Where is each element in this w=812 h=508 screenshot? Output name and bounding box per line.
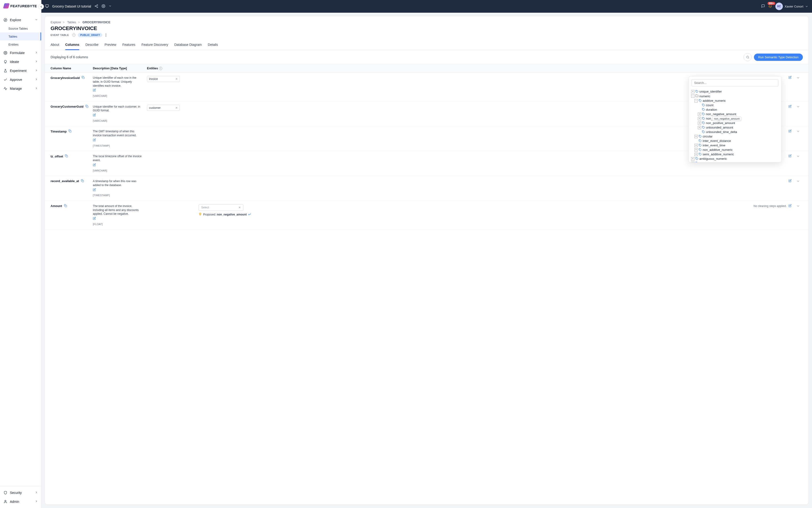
undo-icon[interactable] [248, 213, 251, 216]
tree-node[interactable]: +ambiguous_numeric [691, 157, 779, 161]
nav-item-approve[interactable]: Approve [0, 75, 41, 84]
tree-node[interactable]: unbounded_time_delta [691, 130, 779, 134]
copy-icon[interactable] [65, 154, 68, 158]
entity-tag[interactable]: invoice✕ [147, 76, 180, 82]
expand-toggle-icon[interactable]: + [691, 157, 694, 161]
expand-toggle-icon[interactable]: + [698, 117, 701, 120]
copy-icon[interactable] [81, 179, 84, 183]
edit-icon[interactable] [788, 76, 791, 80]
nav-sub-sourcetables[interactable]: Source Tables [0, 25, 41, 33]
expand-row-button[interactable] [794, 154, 803, 158]
edit-icon[interactable] [93, 188, 143, 193]
breadcrumb-explore[interactable]: Explore [50, 20, 61, 24]
dropdown-search-input[interactable] [692, 79, 778, 86]
tab-columns[interactable]: Columns [65, 41, 79, 50]
chevron-down-icon[interactable] [109, 4, 112, 8]
remove-tag-icon[interactable]: ✕ [175, 106, 178, 110]
remove-tag-icon[interactable]: ✕ [175, 77, 178, 81]
collapse-toggle-icon[interactable]: − [694, 99, 698, 102]
kebab-menu-button[interactable] [105, 34, 107, 37]
notifications-button[interactable]: 999+ [768, 4, 772, 9]
tab-database-diagram[interactable]: Database Diagram [174, 41, 202, 50]
settings-icon[interactable] [102, 4, 105, 9]
collapse-toggle-icon[interactable]: − [691, 94, 694, 98]
edit-icon[interactable] [93, 217, 143, 221]
tree-node[interactable]: count [691, 103, 779, 108]
expand-toggle-icon[interactable]: + [694, 144, 698, 147]
semantic-type-select[interactable]: Select✕ [199, 204, 243, 211]
run-semantic-detection-button[interactable]: Run Semantic Type Detection [754, 53, 803, 61]
tabs: About Columns Describe Preview Features … [45, 41, 809, 50]
svg-point-21 [696, 91, 696, 91]
tab-details[interactable]: Details [208, 41, 218, 50]
expand-toggle-icon[interactable]: + [694, 148, 698, 152]
expand-toggle-icon[interactable]: + [691, 162, 694, 162]
share-icon[interactable] [94, 4, 98, 9]
tree-node[interactable]: +non_positive_amount [691, 121, 779, 125]
expand-toggle-icon[interactable]: + [698, 122, 701, 125]
expand-row-button[interactable] [794, 204, 803, 208]
expand-toggle-icon[interactable]: + [691, 90, 694, 93]
nav-item-manage[interactable]: Manage [0, 84, 41, 93]
nav-item-explore[interactable]: Explore [0, 15, 41, 25]
nav-item-formulate[interactable]: Formulate [0, 48, 41, 57]
tab-features[interactable]: Features [122, 41, 135, 50]
copy-icon[interactable] [82, 76, 85, 80]
copy-icon[interactable] [85, 105, 88, 109]
collapse-sidebar-button[interactable] [38, 4, 44, 9]
tree-node[interactable]: +unbounded_amount [691, 125, 779, 130]
tab-describe[interactable]: Describe [85, 41, 98, 50]
info-icon[interactable]: ? [72, 33, 76, 37]
edit-icon[interactable] [93, 89, 143, 93]
nav-sub-entities[interactable]: Entities [0, 40, 41, 48]
tree-node[interactable]: +semi_additive_numeric [691, 152, 779, 157]
tree-node[interactable]: +binary [691, 161, 779, 162]
clear-icon[interactable]: ✕ [238, 206, 241, 209]
copy-icon[interactable] [64, 204, 67, 208]
tree-node[interactable]: +circular [691, 134, 779, 139]
edit-icon[interactable] [788, 204, 791, 208]
tree-node[interactable]: +non_additive_numeric [691, 147, 779, 152]
info-icon[interactable]: ? [159, 67, 162, 70]
tree-node[interactable]: +non_ne non_negative_amount [691, 116, 779, 121]
expand-toggle-icon[interactable]: + [694, 135, 698, 138]
nav-item-ideate[interactable]: Ideate [0, 57, 41, 66]
edit-icon[interactable] [788, 129, 791, 133]
expand-row-button[interactable] [794, 129, 803, 133]
nav-item-security[interactable]: Security [0, 488, 41, 497]
chat-icon[interactable] [761, 4, 765, 9]
tree-node[interactable]: inter_event_distance [691, 139, 779, 143]
expand-toggle-icon[interactable]: + [694, 153, 698, 156]
entity-tag[interactable]: customer✕ [147, 105, 180, 111]
user-menu-button[interactable]: XC Xavier Conort [775, 3, 808, 10]
tab-about[interactable]: About [50, 41, 59, 50]
edit-icon[interactable] [93, 114, 143, 118]
expand-row-button[interactable] [794, 105, 803, 109]
user-icon [3, 500, 7, 504]
edit-icon[interactable] [788, 154, 791, 158]
search-button[interactable] [743, 53, 752, 61]
tree-node[interactable]: +non_negative_amount [691, 112, 779, 116]
svg-rect-17 [70, 131, 71, 132]
copy-icon[interactable] [69, 129, 72, 133]
nav-item-experiment[interactable]: Experiment [0, 66, 41, 75]
expand-row-button[interactable] [794, 179, 803, 183]
tree-node[interactable]: +unique_identifier [691, 89, 779, 94]
tree-node[interactable]: −additive_numeric [691, 98, 779, 103]
tree-node[interactable]: duration [691, 108, 779, 112]
tree-node[interactable]: +inter_event_time [691, 143, 779, 147]
expand-row-button[interactable] [794, 76, 803, 80]
edit-icon[interactable] [788, 105, 791, 109]
edit-icon[interactable] [93, 138, 143, 143]
breadcrumb-tables[interactable]: Tables [67, 20, 76, 24]
edit-icon[interactable] [93, 163, 143, 168]
nav-sub-tables[interactable]: Tables [0, 33, 41, 40]
nav-item-admin[interactable]: Admin [0, 497, 41, 506]
tab-preview[interactable]: Preview [105, 41, 116, 50]
tag-icon [702, 117, 705, 120]
edit-icon[interactable] [788, 179, 791, 183]
expand-toggle-icon[interactable]: + [698, 113, 701, 116]
tree-node[interactable]: −numeric [691, 94, 779, 98]
expand-toggle-icon[interactable]: + [698, 126, 701, 129]
tab-feature-discovery[interactable]: Feature Discovery [141, 41, 168, 50]
